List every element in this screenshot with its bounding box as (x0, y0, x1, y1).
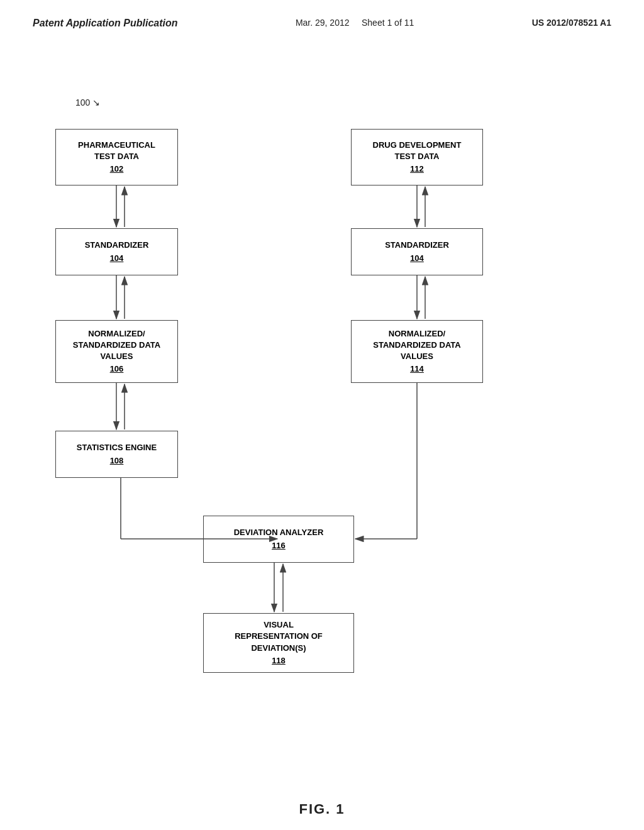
box-118-ref: 118 (272, 655, 286, 667)
box-102-line2: TEST DATA (94, 151, 139, 162)
box-104-left: STANDARDIZER 104 (55, 228, 178, 275)
box-112: DRUG DEVELOPMENT TEST DATA 112 (351, 129, 483, 185)
box-116: DEVIATION ANALYZER 116 (203, 516, 354, 563)
box-106-ref: 106 (110, 363, 124, 375)
header-center: Mar. 29, 2012 Sheet 1 of 11 (296, 18, 414, 28)
box-102-ref: 102 (110, 163, 124, 175)
box-118-line3: DEVIATION(S) (251, 643, 306, 654)
box-116-line1: DEVIATION ANALYZER (234, 527, 324, 538)
box-112-line1: DRUG DEVELOPMENT (373, 140, 462, 151)
header-right: US 2012/078521 A1 (532, 18, 611, 28)
label-100: 100 ↘ (75, 97, 100, 108)
header-left: Patent Application Publication (33, 18, 178, 29)
box-116-ref: 116 (272, 540, 286, 551)
box-104-left-line1: STANDARDIZER (85, 240, 149, 251)
box-114-line2: STANDARDIZED DATA (373, 340, 460, 351)
box-106-line1: NORMALIZED/ (88, 328, 145, 340)
box-104-right-ref: 104 (410, 253, 424, 264)
box-118-line2: REPRESENTATION OF (235, 631, 323, 642)
diagram-area: 100 ↘ PHARMACEUTICAL TEST DATA 102 STAND… (0, 63, 644, 780)
box-108-line1: STATISTICS ENGINE (77, 442, 157, 453)
box-114: NORMALIZED/ STANDARDIZED DATA VALUES 114 (351, 320, 483, 383)
box-102: PHARMACEUTICAL TEST DATA 102 (55, 129, 178, 185)
figure-label: FIG. 1 (299, 801, 345, 817)
box-108-ref: 108 (110, 455, 124, 467)
box-108: STATISTICS ENGINE 108 (55, 431, 178, 478)
page-header: Patent Application Publication Mar. 29, … (0, 0, 644, 29)
box-106-line3: VALUES (101, 351, 133, 362)
box-102-line1: PHARMACEUTICAL (78, 140, 155, 151)
box-112-line2: TEST DATA (394, 151, 439, 162)
box-106: NORMALIZED/ STANDARDIZED DATA VALUES 106 (55, 320, 178, 383)
box-118: VISUAL REPRESENTATION OF DEVIATION(S) 11… (203, 613, 354, 673)
box-104-left-ref: 104 (110, 253, 124, 264)
box-104-right-line1: STANDARDIZER (385, 240, 449, 251)
box-114-ref: 114 (410, 363, 424, 375)
header-sheet: Sheet 1 of 11 (362, 18, 414, 28)
box-114-line3: VALUES (401, 351, 433, 362)
box-112-ref: 112 (410, 163, 424, 175)
box-106-line2: STANDARDIZED DATA (73, 340, 160, 351)
box-118-line1: VISUAL (264, 619, 294, 631)
box-114-line1: NORMALIZED/ (389, 328, 445, 340)
header-date: Mar. 29, 2012 (296, 18, 350, 28)
box-104-right: STANDARDIZER 104 (351, 228, 483, 275)
